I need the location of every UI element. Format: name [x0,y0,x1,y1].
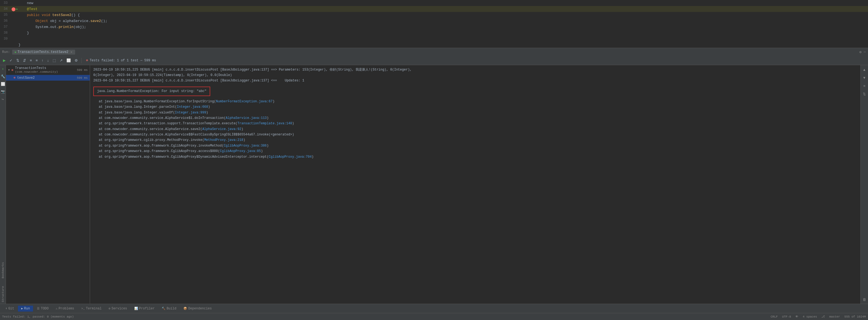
minimize-icon[interactable]: — [864,50,866,54]
tab-build-label: Build [166,307,176,311]
code-line-34: 34 ⬤ ▶ @Test [0,6,868,12]
profiler-tab-icon: 📊 [134,307,138,310]
tab-run[interactable]: ▶ Run [18,306,33,312]
scroll-down-button[interactable]: ▼ [861,75,868,81]
tab-problems[interactable]: ⚠ Problems [52,306,77,312]
git-icon[interactable]: ⬆ [0,66,6,71]
bookmarks-label[interactable]: Bookmarks [1,261,5,280]
stack-trace-line-3: at java.base/java.lang.Integer.valueOf(I… [93,110,857,115]
stop-small-icon[interactable]: ⬜ [0,81,6,87]
status-eye-icon: 👁 [795,315,798,318]
wrench-icon[interactable]: 🔧 [0,74,6,79]
expand-arrow-icon: ▼ [8,69,10,71]
test-method-name: testSave2 [17,76,75,80]
down-button[interactable]: ↓ [46,58,51,63]
tab-services[interactable]: ⚙ Services [105,306,130,312]
tab-terminal[interactable]: >_ Terminal [78,306,105,312]
tab-profiler[interactable]: 📊 Profiler [131,306,158,312]
stack-trace-line-2: at java.base/java.lang.Integer.parseInt(… [93,104,857,110]
test-method-row-testSave2[interactable]: ⊗ testSave2 599 ms [6,75,90,81]
status-encoding[interactable]: UTF-8 [782,315,791,318]
sort-asc-button[interactable]: ⇅ [15,58,21,63]
check-button[interactable]: ✓ [8,58,14,63]
stack-link-11[interactable]: CglibAopProxy.java:704 [269,155,312,159]
up-button[interactable]: ↑ [40,58,45,63]
run-tab-close[interactable]: ✕ [70,50,72,54]
todo-tab-icon: ☰ [37,307,40,310]
bottom-tab-bar: ⬆ Git ▶ Run ☰ TODO ⚠ Problems >_ Termina… [0,304,868,313]
code-text-37: System.out.println(obj); [19,25,868,29]
status-crlf[interactable]: CRLF [771,315,778,318]
config-button[interactable]: ⚙ [73,58,79,63]
method-fail-icon: ⊗ [13,76,16,80]
code-line-33: 33 new [0,0,868,6]
status-left: Tests failed: 1, passed: 0 (moments ago) [2,315,74,318]
line-number-36: 36 [1,19,11,23]
terminal-tab-icon: >_ [82,307,85,310]
tab-dependencies[interactable]: 📦 Dependencies [180,306,215,312]
tab-git[interactable]: ⬆ Git [2,306,18,312]
run-button[interactable]: ▶ [2,58,7,63]
tab-git-label: Git [8,307,14,311]
code-text-38: } [19,31,868,35]
stack-link-3[interactable]: Integer.java:999 [175,111,206,115]
tab-terminal-label: Terminal [86,307,102,311]
tab-todo[interactable]: ☰ TODO [34,306,52,312]
right-filter-button[interactable]: ≡ [861,83,868,89]
code-line-last: } [0,42,868,48]
stack-link-10[interactable]: CglibAopProxy.java:85 [220,149,261,153]
camera-icon[interactable]: 📷 [0,89,6,94]
code-text-36: Object obj = alphaService.save2(); [19,19,868,23]
run-tab[interactable]: ▶ TransactionTests.testSave2 ✕ [12,50,75,55]
dependencies-tab-icon: 📦 [183,307,187,310]
run-tab-label: TransactionTests.testSave2 [18,50,68,54]
code-line-38: 38 } [0,30,868,36]
status-spaces[interactable]: 4 spaces [803,315,817,318]
expand-button[interactable]: ≡ [29,58,33,63]
stack-link-8[interactable]: MethodProxy.java:218 [204,138,243,142]
stack-link-5[interactable]: TransactionTemplate.java:140 [237,122,292,125]
method-time: 599 ms [77,76,88,80]
structure-label[interactable]: Structure [1,285,5,304]
stack-link-1[interactable]: NumberFormatException.java:67 [216,99,273,104]
right-sort-button[interactable]: ⇅ [861,91,868,97]
stack-trace-line-10: at org.springframework.aop.framework.Cgl… [93,148,857,154]
code-text-last: } [19,43,868,47]
suite-package: (com.nowcoder.community) [15,70,58,74]
code-editor: 33 new 34 ⬤ ▶ @Test 35 public void testS… [0,0,868,48]
left-vertical-bar: ⬆ 🔧 ⬜ 📷 ↪ Bookmarks Structure [0,65,6,304]
code-text-33: new [19,1,868,5]
run-label: Run: [2,50,10,54]
tab-run-label: Run [24,307,30,311]
stack-link-9[interactable]: CglibAopProxy.java:386 [224,144,267,148]
status-branch: master [829,315,840,318]
scroll-up-button[interactable]: ▲ [861,66,868,73]
status-memory[interactable]: 555 of 1024M [844,315,866,318]
stack-trace-line-4: at com.nowcoder.community.service.AlphaS… [93,115,857,121]
output-line-1: 2023-04-19 10:59:15,225 DEBUG [main] c.n… [93,67,857,72]
git-branch-icon: ⎇ [822,315,825,318]
stack-link-2[interactable]: Integer.java:668 [177,105,208,109]
open-external-button[interactable]: ↗ [58,58,64,63]
import-icon[interactable]: ↪ [0,97,6,102]
problems-tab-icon: ⚠ [56,307,58,310]
right-delete-button[interactable]: 🗑 [861,296,868,302]
suite-class-name: TransactionTests (com.nowcoder.community… [15,66,75,74]
test-tree-sidebar: ▼ ⊗ TransactionTests (com.nowcoder.commu… [6,65,90,304]
settings-gear-icon[interactable]: ⚙ [859,50,862,54]
stop-button[interactable]: ⬜ [65,58,72,63]
run-tab-icon: ▶ [21,307,23,310]
tab-build[interactable]: 🔨 Build [158,306,180,312]
tab-problems-label: Problems [59,307,74,311]
line-icons-34: ⬤ ▶ [11,7,19,11]
test-suite-row[interactable]: ▼ ⊗ TransactionTests (com.nowcoder.commu… [6,65,90,75]
collapse-button[interactable]: ≡ [34,58,39,63]
stack-link-6[interactable]: AlphaService.java:92 [203,127,241,131]
stack-link-4[interactable]: AlphaService.java:113 [226,116,267,120]
suite-time: 599 ms [77,68,88,71]
line-number-35: 35 [1,13,11,17]
code-line-36: 36 Object obj = alphaService.save2(); [0,18,868,24]
sort-desc-button[interactable]: ⇵ [22,58,27,63]
export-button[interactable]: ⬚ [51,58,57,63]
line-number-37: 37 [1,25,11,29]
